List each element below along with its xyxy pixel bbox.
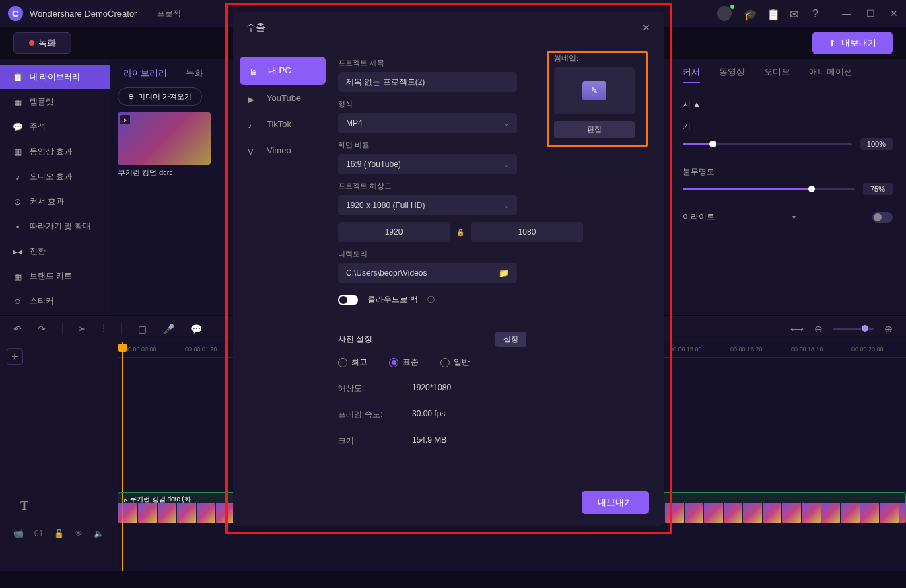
menu-project[interactable]: 프로젝 (157, 8, 181, 20)
tiktok-icon: ♪ (248, 120, 260, 128)
sidebar-item-video-fx[interactable]: ▦동영상 효과 (0, 139, 110, 164)
academy-icon[interactable]: 🎓 (744, 8, 755, 19)
import-media-button[interactable]: ⊕ 미디어 가져오기 (118, 87, 202, 106)
sidebar-item-annotation[interactable]: 💬주석 (0, 114, 110, 139)
cloud-backup-toggle[interactable] (338, 295, 358, 305)
sidebar-item-follow-zoom[interactable]: ▪따라가기 및 확대 (0, 214, 110, 239)
sidebar-item-cursor-fx[interactable]: ⊙커서 효과 (0, 189, 110, 214)
opacity-value[interactable]: 75% (863, 183, 893, 195)
marker-icon[interactable]: ▢ (138, 324, 147, 334)
lock-icon[interactable]: 🔒 (456, 229, 464, 236)
folder-icon[interactable]: 📁 (499, 268, 509, 278)
thumbnail-preview[interactable]: ✎ (554, 67, 635, 114)
help-icon[interactable]: ? (812, 8, 823, 19)
aspect-select[interactable]: 16:9 (YouTube)⌄ (338, 154, 517, 174)
dest-vimeo[interactable]: VVimeo (233, 137, 333, 163)
radio-standard[interactable]: 표준 (389, 357, 419, 368)
ruler-mark: 00:00:00:00 (125, 346, 157, 353)
height-input[interactable] (471, 222, 583, 242)
zoom-out-icon[interactable]: ⊖ (814, 324, 823, 334)
user-avatar-icon[interactable] (717, 6, 732, 21)
mail-icon[interactable]: ✉ (790, 8, 800, 19)
chevron-down-icon[interactable]: ▾ (792, 213, 796, 221)
record-button[interactable]: 녹화 (13, 32, 71, 54)
format-select[interactable]: MP4⌄ (338, 113, 517, 133)
camera-icon[interactable]: 📹 (13, 529, 24, 538)
thumbnail-section: 썸네일: ✎ 편집 (547, 51, 648, 147)
opacity-slider[interactable] (683, 188, 855, 190)
info-resolution-value: 1920*1080 (412, 383, 451, 394)
fit-icon[interactable]: ⟷ (790, 324, 804, 334)
sidebar-item-library[interactable]: 📋내 라이브러리 (0, 65, 110, 89)
sidebar-item-template[interactable]: ▦템플릿 (0, 89, 110, 114)
resolution-select[interactable]: 1920 x 1080 (Full HD)⌄ (338, 195, 517, 215)
radio-best[interactable]: 최고 (338, 357, 368, 368)
tab-library[interactable]: 라이브러리 (123, 67, 167, 79)
mute-icon[interactable]: 🔈 (94, 529, 104, 538)
project-title-input[interactable] (338, 72, 517, 92)
tab-video[interactable]: 동영상 (719, 66, 745, 83)
dest-tiktok[interactable]: ♪TikTok (233, 111, 333, 137)
undo-icon[interactable]: ↶ (13, 324, 22, 334)
sidebar-item-transition[interactable]: ▸◂전환 (0, 239, 110, 264)
sticker-icon: ☺ (12, 296, 23, 307)
info-icon[interactable]: ⓘ (427, 295, 435, 305)
radio-label: 표준 (403, 357, 419, 368)
app-logo: C (8, 6, 23, 21)
tab-animation[interactable]: 애니메이션 (809, 66, 853, 83)
props-section-header[interactable]: 서 ▲ (683, 99, 893, 110)
export-button-top[interactable]: ⬆ 내보내기 (812, 32, 893, 54)
zoom-in-icon[interactable]: ⊕ (884, 324, 893, 334)
timeline-track-header: + T 📹 01 🔓 👁 🔈 (0, 342, 118, 571)
preset-settings-button[interactable]: 설정 (495, 332, 526, 347)
sidebar-item-brand-kit[interactable]: ▦브랜드 키트 (0, 264, 110, 289)
modal-export-button[interactable]: 내보내기 (582, 491, 649, 514)
split-icon[interactable]: ⦙ (103, 323, 105, 334)
aspect-value: 16:9 (YouTube) (346, 159, 401, 169)
text-tool-icon[interactable]: T (20, 499, 28, 513)
playhead[interactable] (122, 342, 123, 571)
info-size-label: 크기: (338, 435, 385, 447)
lock-track-icon[interactable]: 🔓 (54, 529, 64, 538)
dest-youtube[interactable]: ▶YouTube (233, 85, 333, 111)
media-thumbnail[interactable]: ▹ (118, 112, 211, 165)
size-value[interactable]: 100% (860, 138, 893, 150)
redo-icon[interactable]: ↷ (38, 324, 46, 334)
radio-normal[interactable]: 일반 (440, 357, 470, 368)
preset-label: 사전 설정 (338, 334, 372, 345)
close-button[interactable]: ✕ (890, 8, 898, 19)
zoom-slider[interactable] (833, 328, 874, 330)
add-track-button[interactable]: + (7, 348, 23, 365)
dest-label: Vimeo (267, 145, 291, 155)
export-form: 프로젝트 제목 형식 MP4⌄ 화면 비율 16:9 (YouTube)⌄ 프로… (333, 43, 664, 526)
chat-icon[interactable]: 💬 (190, 324, 202, 334)
dest-my-pc[interactable]: 🖥내 PC (240, 57, 326, 85)
highlight-toggle[interactable] (872, 212, 893, 223)
visibility-icon[interactable]: 👁 (75, 529, 83, 538)
export-modal: 수출 ✕ 🖥내 PC ▶YouTube ♪TikTok VVimeo 프로젝트 … (233, 12, 664, 526)
directory-input[interactable]: C:\Users\beopr\Videos📁 (338, 263, 517, 283)
tab-cursor[interactable]: 커서 (683, 66, 700, 83)
sidebar-item-sticker[interactable]: ☺스티커 (0, 289, 110, 314)
tab-audio[interactable]: 오디오 (764, 66, 790, 83)
width-input[interactable] (338, 222, 450, 242)
pc-icon: 🖥 (249, 67, 261, 75)
sidebar-item-audio-fx[interactable]: ♪오디오 효과 (0, 164, 110, 189)
ruler-mark: 00:00:18:10 (791, 346, 823, 353)
thumbnail-edit-button[interactable]: 편집 (554, 121, 635, 138)
modal-close-button[interactable]: ✕ (642, 22, 650, 33)
minimize-button[interactable]: — (842, 8, 851, 19)
sidebar-item-label: 오디오 효과 (30, 171, 72, 182)
left-sidebar: 📋내 라이브러리 ▦템플릿 💬주석 ▦동영상 효과 ♪오디오 효과 ⊙커서 효과… (0, 59, 110, 315)
chevron-down-icon: ⌄ (503, 202, 509, 209)
message-icon[interactable]: 📋 (767, 8, 777, 19)
audio-fx-icon: ♪ (12, 172, 23, 182)
chevron-down-icon: ⌄ (503, 161, 509, 168)
mic-icon[interactable]: 🎤 (163, 324, 174, 334)
tab-record[interactable]: 녹화 (186, 67, 203, 79)
size-slider[interactable] (683, 143, 852, 145)
plus-icon: ⊕ (128, 92, 134, 101)
modal-title: 수출 (246, 22, 265, 34)
crop-icon[interactable]: ✂ (79, 324, 87, 334)
maximize-button[interactable]: ☐ (866, 8, 875, 19)
